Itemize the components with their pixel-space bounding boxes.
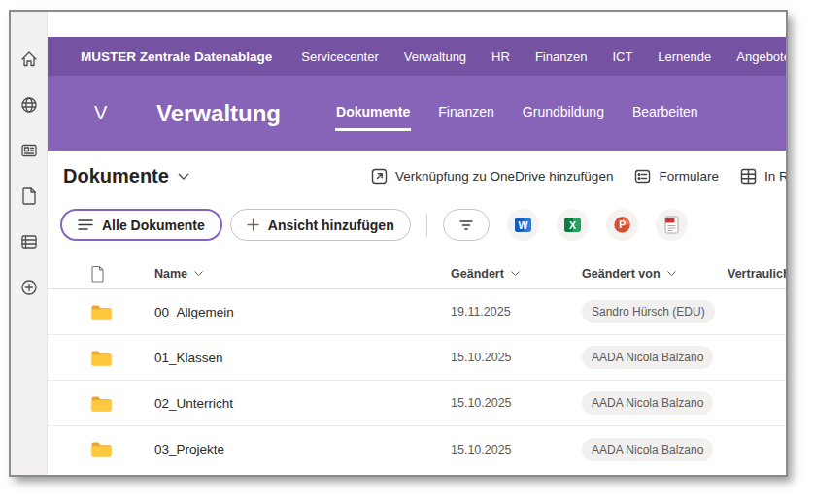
modified-date: 19.11.2025 — [451, 305, 582, 319]
news-icon[interactable] — [18, 140, 40, 161]
documents-table: Name Geändert Geändert von Vertraulichke… — [48, 258, 786, 472]
modified-by-person[interactable]: Sandro Hürsch (EDU) — [582, 300, 715, 323]
pdf-icon — [664, 216, 679, 234]
folder-icon — [90, 440, 113, 458]
command-label: In Rasteransicht bearbeiten — [764, 169, 786, 184]
chevron-down-icon — [667, 271, 676, 276]
site-tab-finanzen[interactable]: Finanzen — [437, 96, 495, 131]
title-row: Dokumente Verknüpfung zu OneDrive hinzuf… — [48, 163, 786, 196]
table-row[interactable]: 00_Allgemein 19.11.2025 Sandro Hürsch (E… — [48, 289, 786, 335]
hub-nav-ict[interactable]: ICT — [612, 50, 632, 64]
svg-text:W: W — [518, 219, 527, 231]
sharepoint-window: MUSTER Zentrale Datenablage Servicecente… — [9, 10, 788, 477]
view-list-icon — [78, 218, 93, 231]
modified-by-person[interactable]: AADA Nicola Balzano — [582, 346, 713, 369]
folder-name[interactable]: 01_Klassen — [154, 351, 451, 365]
table-header-row: Name Geändert Geändert von Vertraulichke… — [48, 258, 786, 289]
document-icon[interactable] — [18, 185, 40, 207]
table-row[interactable]: 02_Unterricht 15.10.2025 AADA Nicola Bal… — [48, 381, 786, 426]
views-row: Alle Dokumente Ansicht hinzufügen W X P — [48, 209, 786, 241]
divider — [426, 214, 427, 237]
edit-in-grid-view-command[interactable]: In Rasteransicht bearbeiten — [740, 168, 786, 185]
add-view-label: Ansicht hinzufügen — [268, 218, 394, 233]
site-nav: Dokumente Finanzen Grundbildung Bearbeit… — [335, 96, 699, 131]
modified-date: 15.10.2025 — [451, 351, 582, 364]
hub-nav-servicecenter[interactable]: Servicecenter — [301, 50, 378, 64]
current-view-label: Alle Dokumente — [102, 218, 205, 233]
list-icon[interactable] — [18, 231, 40, 252]
svg-text:X: X — [569, 219, 576, 231]
site-tab-bearbeiten[interactable]: Bearbeiten — [631, 96, 699, 131]
folder-name[interactable]: 00_Allgemein — [154, 305, 451, 319]
modified-date: 15.10.2025 — [451, 443, 582, 456]
powerpoint-filter-button[interactable]: P — [606, 209, 638, 241]
modified-by-person[interactable]: AADA Nicola Balzano — [582, 438, 713, 461]
pdf-filter-button[interactable] — [656, 209, 688, 241]
chevron-down-icon — [511, 271, 520, 276]
hub-nav-angebote[interactable]: Angebote — [736, 50, 786, 64]
add-circle-icon[interactable] — [18, 277, 40, 298]
folder-name[interactable]: 02_Unterricht — [154, 396, 451, 411]
add-view-pill[interactable]: Ansicht hinzufügen — [230, 209, 411, 241]
library-title-menu[interactable]: Dokumente — [63, 165, 189, 187]
svg-text:P: P — [619, 218, 626, 230]
excel-icon: X — [563, 216, 582, 234]
command-bar: Verknüpfung zu OneDrive hinzufügen Formu… — [371, 168, 786, 185]
table-row[interactable]: 01_Klassen 15.10.2025 AADA Nicola Balzan… — [48, 335, 786, 381]
current-view-pill[interactable]: Alle Dokumente — [60, 209, 222, 241]
site-header: V Verwaltung Dokumente Finanzen Grundbil… — [48, 76, 786, 151]
site-logo[interactable]: V — [94, 102, 116, 124]
chevron-down-icon — [194, 271, 203, 276]
site-tab-grundbildung[interactable]: Grundbildung — [522, 96, 605, 131]
hub-nav-verwaltung[interactable]: Verwaltung — [404, 50, 466, 64]
site-title[interactable]: Verwaltung — [156, 100, 281, 127]
chevron-down-icon — [178, 173, 189, 180]
hub-nav-hr[interactable]: HR — [491, 50, 510, 64]
powerpoint-icon: P — [613, 216, 631, 234]
globe-icon[interactable] — [18, 94, 40, 116]
folder-icon — [90, 349, 113, 367]
column-header-name[interactable]: Name — [154, 267, 451, 281]
form-icon — [634, 168, 651, 185]
excel-filter-button[interactable]: X — [557, 209, 589, 241]
library-title: Dokumente — [63, 165, 169, 187]
grid-icon — [740, 168, 757, 185]
filter-button[interactable] — [443, 209, 490, 241]
word-filter-button[interactable]: W — [507, 209, 539, 241]
library-content: Dokumente Verknüpfung zu OneDrive hinzuf… — [48, 151, 786, 475]
plus-icon — [247, 218, 259, 231]
modified-date: 15.10.2025 — [451, 396, 582, 410]
open-in-new-icon — [371, 168, 388, 185]
command-label: Formulare — [659, 169, 719, 184]
column-header-modified[interactable]: Geändert — [451, 267, 582, 281]
filter-icon — [458, 219, 474, 231]
app-bar — [11, 12, 48, 475]
file-type-column-header[interactable] — [48, 265, 154, 283]
site-tab-dokumente[interactable]: Dokumente — [335, 96, 411, 131]
folder-icon — [90, 303, 113, 321]
command-label: Verknüpfung zu OneDrive hinzufügen — [395, 169, 613, 184]
table-row[interactable]: 03_Projekte 15.10.2025 AADA Nicola Balza… — [48, 426, 786, 472]
modified-by-person[interactable]: AADA Nicola Balzano — [582, 391, 713, 415]
add-onedrive-shortcut-command[interactable]: Verknüpfung zu OneDrive hinzufügen — [371, 168, 613, 185]
column-header-modified-by[interactable]: Geändert von — [582, 267, 728, 281]
column-header-confidentiality[interactable]: Vertraulichkeit — [728, 267, 786, 281]
folder-name[interactable]: 03_Projekte — [154, 442, 451, 456]
word-icon: W — [514, 216, 532, 234]
main-area: MUSTER Zentrale Datenablage Servicecente… — [48, 12, 786, 475]
hub-nav-lernende[interactable]: Lernende — [658, 50, 711, 64]
top-gap — [48, 12, 786, 37]
file-icon — [90, 265, 105, 283]
hub-brand-link[interactable]: MUSTER Zentrale Datenablage — [81, 50, 272, 64]
forms-command[interactable]: Formulare — [634, 168, 719, 185]
folder-icon — [90, 394, 113, 413]
home-icon[interactable] — [18, 49, 40, 70]
hub-nav-bar: MUSTER Zentrale Datenablage Servicecente… — [48, 37, 786, 76]
hub-nav-finanzen[interactable]: Finanzen — [535, 50, 587, 64]
